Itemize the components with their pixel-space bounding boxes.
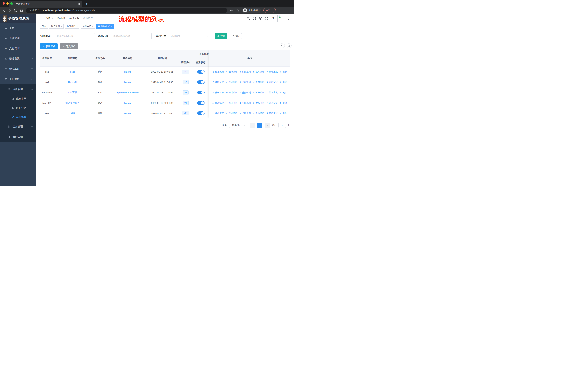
action-设计流程[interactable]: 设计流程 [226,70,237,73]
action-发布流程[interactable]: 发布流程 [253,91,264,94]
breadcrumb-home[interactable]: 首页 [46,17,51,20]
form-info-link[interactable]: biubiu [124,102,131,104]
action-流程定义[interactable]: 流程定义 [266,70,278,73]
action-发布流程[interactable]: 发布流程 [253,81,264,84]
active-toggle[interactable] [197,101,205,105]
version-badge[interactable]: v21 [182,111,189,115]
goto-page-input[interactable]: 1 [278,123,286,128]
action-修改流程[interactable]: 修改流程 [212,101,224,105]
action-设计流程[interactable]: 设计流程 [226,112,237,115]
tag-close-icon[interactable]: × [61,25,62,27]
forward-icon[interactable] [8,8,12,13]
active-toggle[interactable] [197,70,205,74]
sidebar-item-leave-query[interactable]: 请假查询 [0,132,36,142]
action-修改流程[interactable]: 修改流程 [212,81,224,84]
key-icon[interactable] [230,9,233,12]
action-删除[interactable]: 删除 [280,101,287,105]
process-id-input[interactable]: 请输入流程标识 [54,33,95,39]
process-name-link[interactable]: 测试多审批人 [66,101,80,105]
next-page-button[interactable] [265,123,270,128]
create-process-button[interactable]: 新建流程 [40,43,58,49]
url-bar[interactable]: 不安全 dashboard.yudao.iocoder.cn /bpm/mana… [26,8,227,13]
tag-流程模型[interactable]: 流程模型× [96,24,113,29]
sidebar-item-home[interactable]: 首页 [0,23,36,33]
action-分配规则[interactable]: 分配规则 [239,81,251,84]
fullscreen-icon[interactable] [265,17,268,20]
sidebar-collapse-icon[interactable] [39,16,43,20]
action-流程定义[interactable]: 流程定义 [266,81,278,84]
back-icon[interactable] [2,8,6,13]
action-修改流程[interactable]: 修改流程 [212,91,224,94]
action-流程定义[interactable]: 流程定义 [266,101,278,105]
breadcrumb-process-mgmt[interactable]: 流程管理 [69,17,79,20]
form-info-link[interactable]: /bpm/oa/leave/create [116,91,138,94]
app-logo[interactable]: 芋道管理系统 [0,14,36,23]
update-button[interactable]: 更新 [263,8,276,13]
font-size-icon[interactable]: TT [271,17,275,20]
active-toggle[interactable] [197,111,205,115]
process-category-select[interactable]: 流程分类 [168,33,211,39]
process-name-link[interactable]: eeee [70,71,75,73]
tag-close-icon[interactable]: × [76,25,77,27]
version-badge[interactable]: v5 [183,90,189,95]
version-badge[interactable]: v2 [183,80,189,84]
github-icon[interactable] [253,17,256,20]
import-process-button[interactable]: 导入流程 [60,43,78,49]
form-info-link[interactable]: biubiu [124,71,131,73]
action-发布流程[interactable]: 发布流程 [253,70,264,73]
avatar[interactable] [277,15,285,22]
action-流程定义[interactable]: 流程定义 [266,91,278,94]
action-删除[interactable]: 删除 [280,91,287,94]
bookmark-star-icon[interactable] [236,9,239,12]
form-info-link[interactable]: biubiu [124,81,131,84]
new-tab-button[interactable]: + [84,1,89,6]
tag-流程表单[interactable]: 流程表单× [81,24,95,29]
close-window-button[interactable] [2,2,5,5]
version-badge[interactable]: v17 [182,70,189,74]
sidebar-item-system-mgmt[interactable]: 系统管理 [0,33,36,43]
tag-close-icon[interactable]: × [92,25,93,27]
active-toggle[interactable] [197,91,205,94]
action-发布流程[interactable]: 发布流程 [253,112,264,115]
action-设计流程[interactable]: 设计流程 [226,101,237,105]
avatar-caret-icon[interactable] [287,19,289,20]
breadcrumb-workflow[interactable]: 工作流程 [55,17,65,20]
action-修改流程[interactable]: 修改流程 [212,70,224,73]
action-发布流程[interactable]: 发布流程 [253,101,264,105]
minimize-window-button[interactable] [6,2,9,5]
sidebar-item-process-model[interactable]: 流程模型 [0,112,36,122]
menu-kebab-icon[interactable] [272,9,274,12]
reload-icon[interactable] [13,8,18,13]
action-设计流程[interactable]: 设计流程 [226,81,237,84]
tab-close-icon[interactable] [78,2,81,5]
tag-租户管理[interactable]: 租户管理× [49,24,64,29]
sidebar-item-payment-mgmt[interactable]: ¥支付管理 [0,43,36,53]
action-分配规则[interactable]: 分配规则 [239,91,251,94]
sidebar-item-user-group[interactable]: 用户分组 [0,103,36,112]
tag-我的流程[interactable]: 我的流程× [65,24,79,29]
sidebar-item-workflow[interactable]: 工作流程 [0,74,36,84]
reset-button[interactable]: 重置 [231,33,242,39]
action-删除[interactable]: 删除 [280,112,287,115]
tag-首页[interactable]: 首页 [40,24,48,29]
action-分配规则[interactable]: 分配规则 [239,112,251,115]
sidebar-item-process-mgmt[interactable]: 流程管理 [0,84,36,94]
sidebar-item-task-mgmt[interactable]: 任务管理 [0,122,36,132]
action-流程定义[interactable]: 流程定义 [266,112,278,115]
action-修改流程[interactable]: 修改流程 [212,112,224,115]
search-icon[interactable] [246,17,250,20]
action-删除[interactable]: 删除 [280,81,287,84]
sidebar-item-dev-tools[interactable]: 研发工具 [0,64,36,74]
process-name-link[interactable]: 滔博 [70,112,75,115]
maximize-window-button[interactable] [10,2,13,5]
sidebar-item-infrastructure[interactable]: 基础设施 [0,53,36,64]
page-size-select[interactable]: 10条/页 [229,123,247,128]
process-name-link[interactable]: 自己审批 [68,81,77,84]
refresh-table-button[interactable] [287,43,292,48]
active-toggle[interactable] [197,80,205,84]
action-设计流程[interactable]: 设计流程 [226,91,237,94]
action-删除[interactable]: 删除 [280,70,287,73]
browser-tab[interactable]: 芋道管理系统 [9,1,82,7]
action-分配规则[interactable]: 分配规则 [239,70,251,73]
form-info-link[interactable]: biubiu [124,112,131,115]
